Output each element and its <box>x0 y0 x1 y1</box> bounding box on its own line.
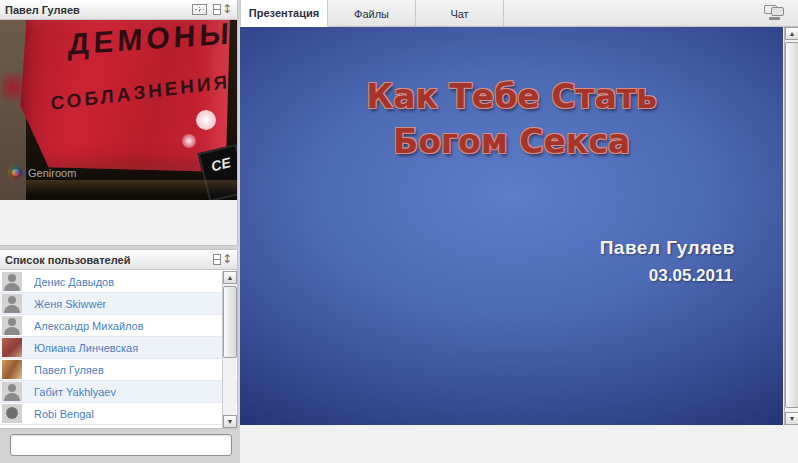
video-feed: ДЕМОНЫ СОБЛАЗНЕНИЯ СЕ Geniroom <box>0 20 237 200</box>
layout-screens-icon[interactable] <box>764 5 786 20</box>
tab-chat[interactable]: Чат <box>416 0 504 27</box>
user-row[interactable]: Денис Давыдов <box>0 271 237 293</box>
user-avatar-icon <box>2 294 22 313</box>
tab-presentation[interactable]: Презентация <box>240 0 328 27</box>
wall-decoration <box>2 65 24 109</box>
video-panel-header: Павел Гуляев ↕ <box>0 0 237 20</box>
user-list: Денис Давыдов Женя Skiwwer Александр Мих… <box>0 271 237 428</box>
presentation-area: Как Тебе Стать Богом Секса Павел Гуляев … <box>240 27 798 425</box>
user-row[interactable]: Александр Михайлов <box>0 315 237 337</box>
presentation-footer-area <box>240 425 798 463</box>
slide-title-line1: Как Тебе Стать <box>240 75 783 120</box>
geniroom-logo-icon <box>8 165 23 180</box>
tab-files[interactable]: Файлы <box>328 0 416 27</box>
user-row[interactable]: Женя Skiwwer <box>0 293 237 315</box>
desk-edge <box>26 180 237 194</box>
panel-box-icon <box>213 4 221 15</box>
user-list-scrollbar[interactable]: ▲ ▼ <box>222 271 236 428</box>
user-avatar-icon <box>2 404 22 423</box>
user-list-header: Список пользователей ↕ <box>0 250 237 270</box>
user-name[interactable]: Женя Skiwwer <box>34 298 106 310</box>
fullscreen-icon[interactable] <box>192 4 207 15</box>
banner-highlight <box>196 110 216 130</box>
video-panel-title: Павел Гуляев <box>5 4 192 16</box>
user-avatar-photo <box>2 360 22 379</box>
user-avatar-photo <box>2 338 22 357</box>
presentation-scrollbar[interactable]: ▲ ▼ <box>784 27 798 425</box>
resize-vertical-icon: ↕ <box>222 254 232 265</box>
slide-title-line2: Богом Секса <box>240 120 783 165</box>
slide-author: Павел Гуляев <box>600 237 735 259</box>
geniroom-watermark: Geniroom <box>8 165 76 180</box>
panel-collapse-icon[interactable]: ↕ <box>213 254 232 265</box>
user-avatar-icon <box>2 382 22 401</box>
panel-box-icon <box>213 254 221 265</box>
watermark-text: Geniroom <box>28 167 76 179</box>
resize-vertical-icon: ↕ <box>222 4 232 15</box>
user-list-title: Список пользователей <box>5 254 213 266</box>
message-input[interactable] <box>10 434 232 456</box>
scroll-down-icon[interactable]: ▼ <box>223 415 237 428</box>
video-panel: Павел Гуляев ↕ ДЕМОНЫ СОБЛАЗНЕНИЯ СЕ Gen… <box>0 0 237 245</box>
scroll-down-icon[interactable]: ▼ <box>785 412 798 425</box>
scroll-thumb[interactable] <box>223 286 237 358</box>
scroll-up-icon[interactable]: ▲ <box>223 271 237 284</box>
panel-collapse-icon[interactable]: ↕ <box>213 4 232 15</box>
slide-title: Как Тебе Стать Богом Секса <box>240 75 783 164</box>
tab-bar: Презентация Файлы Чат <box>240 0 798 27</box>
user-name[interactable]: Robi Bengal <box>34 408 94 420</box>
user-name[interactable]: Габит Yakhlyaev <box>34 386 116 398</box>
user-row[interactable]: Robi Bengal <box>0 403 237 425</box>
scroll-up-icon[interactable]: ▲ <box>785 27 798 40</box>
banner-highlight <box>182 134 196 148</box>
user-name[interactable]: Павел Гуляев <box>34 364 104 376</box>
user-avatar-icon <box>2 272 22 291</box>
user-list-panel: Список пользователей ↕ Денис Давыдов Жен… <box>0 250 237 428</box>
user-row[interactable]: Юлиана Линчевская <box>0 337 237 359</box>
user-name[interactable]: Александр Михайлов <box>34 320 144 332</box>
user-row[interactable]: Габит Yakhlyaev <box>0 381 237 403</box>
slide-credit: Павел Гуляев 03.05.2011 <box>600 237 735 286</box>
red-banner: ДЕМОНЫ СОБЛАЗНЕНИЯ <box>14 20 230 172</box>
user-avatar-icon <box>2 316 22 335</box>
scroll-thumb[interactable] <box>785 42 798 408</box>
user-name[interactable]: Юлиана Линчевская <box>34 342 138 354</box>
presentation-slide: Как Тебе Стать Богом Секса Павел Гуляев … <box>240 27 783 425</box>
banner-text-line2: СОБЛАЗНЕНИЯ <box>50 71 230 115</box>
content-area: Презентация Файлы Чат Как Тебе Стать Бог… <box>240 0 798 463</box>
banner-text-line1: ДЕМОНЫ <box>68 20 234 62</box>
slide-date: 03.05.2011 <box>600 266 733 286</box>
user-name[interactable]: Денис Давыдов <box>34 276 114 288</box>
user-row[interactable]: Павел Гуляев <box>0 359 237 381</box>
